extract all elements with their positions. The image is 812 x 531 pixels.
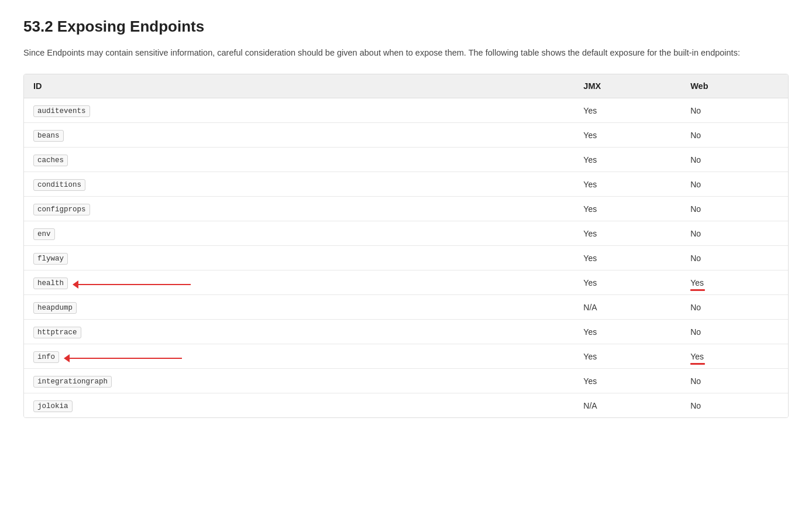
cell-id: auditevents [24, 98, 574, 123]
cell-jmx: Yes [574, 246, 681, 270]
cell-web: No [681, 246, 788, 270]
table-row: jolokiaN/ANo [24, 393, 788, 418]
cell-web: No [681, 393, 788, 418]
cell-jmx: Yes [574, 172, 681, 197]
endpoint-id-code: conditions [33, 179, 85, 191]
endpoint-id-code: env [33, 228, 55, 240]
cell-id: conditions [24, 172, 574, 197]
arrow-line [74, 284, 191, 285]
arrow-annotation [65, 358, 182, 359]
cell-jmx: N/A [574, 393, 681, 418]
endpoint-id-code: heapdump [33, 302, 77, 314]
web-yes-underlined: Yes [690, 352, 704, 361]
cell-jmx: Yes [574, 197, 681, 221]
cell-jmx: Yes [574, 98, 681, 123]
endpoint-id-code: caches [33, 155, 68, 166]
cell-id: configprops [24, 197, 574, 221]
endpoints-table: ID JMX Web auditeventsYesNobeansYesNocac… [24, 74, 788, 417]
table-row: heapdumpN/ANo [24, 295, 788, 320]
table-row: infoYesYes [24, 344, 788, 369]
page-title: 53.2 Exposing Endpoints [23, 18, 789, 36]
endpoint-id-code: flyway [33, 253, 68, 265]
col-header-jmx: JMX [574, 74, 681, 98]
arrow-head-icon [73, 280, 78, 289]
cell-jmx: Yes [574, 221, 681, 246]
cell-web: No [681, 369, 788, 393]
endpoint-id-code: auditevents [33, 105, 90, 117]
web-yes-underlined: Yes [690, 278, 704, 287]
cell-id: flyway [24, 246, 574, 270]
cell-id: health [24, 270, 574, 295]
cell-web: No [681, 172, 788, 197]
cell-id: env [24, 221, 574, 246]
cell-web: No [681, 148, 788, 172]
cell-web: No [681, 197, 788, 221]
cell-id: httptrace [24, 320, 574, 344]
cell-web: No [681, 295, 788, 320]
intro-text: Since Endpoints may contain sensitive in… [23, 46, 784, 60]
cell-id: info [24, 344, 574, 369]
cell-jmx: Yes [574, 270, 681, 295]
cell-jmx: Yes [574, 148, 681, 172]
endpoint-id-code: integrationgraph [33, 376, 112, 388]
cell-web: No [681, 123, 788, 148]
endpoint-id-code: info [33, 351, 59, 363]
cell-id: caches [24, 148, 574, 172]
cell-id: beans [24, 123, 574, 148]
cell-id: heapdump [24, 295, 574, 320]
arrow-annotation [74, 284, 191, 285]
cell-web: No [681, 221, 788, 246]
cell-id: jolokia [24, 393, 574, 418]
cell-jmx: Yes [574, 344, 681, 369]
table-row: envYesNo [24, 221, 788, 246]
cell-web: Yes [681, 270, 788, 295]
table-row: integrationgraphYesNo [24, 369, 788, 393]
endpoint-id-code: beans [33, 130, 64, 142]
endpoints-table-wrapper: ID JMX Web auditeventsYesNobeansYesNocac… [23, 74, 789, 418]
cell-web: Yes [681, 344, 788, 369]
endpoint-id-code: configprops [33, 204, 90, 215]
cell-jmx: Yes [574, 320, 681, 344]
table-row: auditeventsYesNo [24, 98, 788, 123]
cell-jmx: N/A [574, 295, 681, 320]
cell-jmx: Yes [574, 123, 681, 148]
cell-web: No [681, 320, 788, 344]
table-row: cachesYesNo [24, 148, 788, 172]
table-header-row: ID JMX Web [24, 74, 788, 98]
table-row: beansYesNo [24, 123, 788, 148]
col-header-web: Web [681, 74, 788, 98]
endpoint-id-code: httptrace [33, 327, 81, 338]
cell-id: integrationgraph [24, 369, 574, 393]
col-header-id: ID [24, 74, 574, 98]
table-row: flywayYesNo [24, 246, 788, 270]
arrow-head-icon [64, 354, 70, 362]
endpoint-id-code: health [33, 278, 68, 289]
table-row: configpropsYesNo [24, 197, 788, 221]
table-row: conditionsYesNo [24, 172, 788, 197]
endpoint-id-code: jolokia [33, 400, 73, 412]
table-row: httptraceYesNo [24, 320, 788, 344]
table-row: healthYesYes [24, 270, 788, 295]
cell-jmx: Yes [574, 369, 681, 393]
arrow-line [65, 358, 182, 359]
cell-web: No [681, 98, 788, 123]
